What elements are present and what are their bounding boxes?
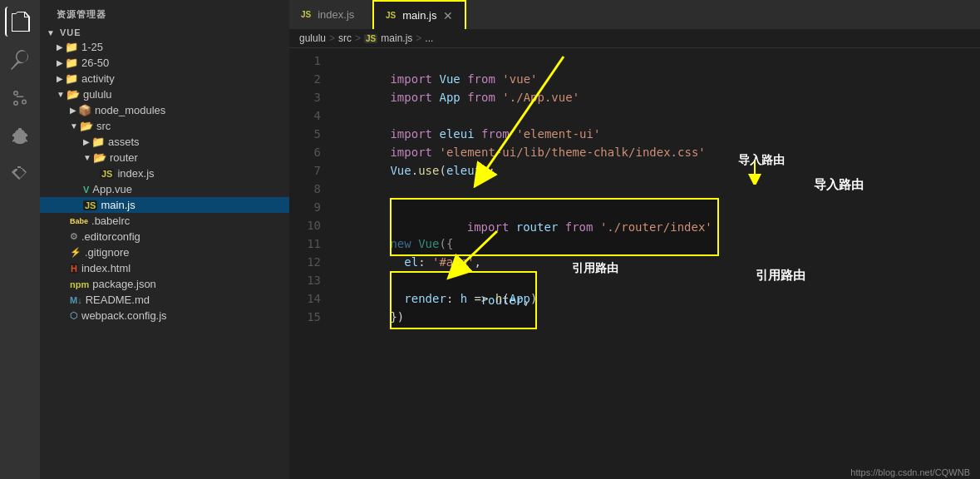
tree-item-src[interactable]: ▼ 📂 src <box>40 118 289 134</box>
tree-item-router-index[interactable]: JS index.js <box>40 165 289 181</box>
folder-special-icon: 📂 <box>80 120 93 132</box>
editorconfig-icon: ⚙ <box>70 231 78 242</box>
code-line-8: import router from './router/index' <box>334 180 980 198</box>
activity-bar <box>0 0 40 479</box>
folder-open-icon: 📂 <box>93 151 106 164</box>
tree-item-readme[interactable]: M↓ README.md <box>40 292 289 308</box>
tab-label: index.js <box>318 8 354 21</box>
tree-label: App.vue <box>92 183 132 195</box>
tab-bar: JS index.js JS main.js ✕ <box>289 0 980 29</box>
tree-item-webpack[interactable]: ⬡ webpack.config.js <box>40 308 289 323</box>
code-content: import Vue from 'vue' import App from '.… <box>331 48 980 479</box>
editor-area: JS index.js JS main.js ✕ gululu > src > … <box>289 0 980 479</box>
tree-label: .gitignore <box>85 246 129 259</box>
babel-icon: Babe <box>70 217 88 225</box>
md-icon: M↓ <box>70 295 82 305</box>
label-import-router: 导入路由 <box>814 177 864 193</box>
tree-label: webpack.config.js <box>81 309 167 322</box>
tree-item-editorconfig[interactable]: ⚙ .editorconfig <box>40 229 289 244</box>
tree-label: README.md <box>86 294 150 306</box>
tree-item-index-html[interactable]: H index.html <box>40 260 289 276</box>
breadcrumb-sep: > <box>355 32 361 44</box>
tree-label: activity <box>81 72 115 85</box>
label-use-router: 引用路由 <box>756 268 805 284</box>
breadcrumb-part: main.js <box>381 32 412 44</box>
tree-item-activity[interactable]: ▶ 📁 activity <box>40 71 289 86</box>
source-control-icon[interactable] <box>5 83 35 113</box>
tree-item-gitignore[interactable]: ⚡ .gitignore <box>40 244 289 260</box>
vue-file-icon: V <box>83 185 89 195</box>
breadcrumb-part: ... <box>425 32 433 44</box>
expand-arrow: ▼ <box>83 153 91 162</box>
search-icon[interactable] <box>5 45 35 75</box>
folder-icon: 📁 <box>65 41 78 53</box>
tree-label: src <box>96 120 111 132</box>
tree-label: .babelrc <box>91 215 130 227</box>
sidebar: 资源管理器 ▼ VUE ▶ 📁 1-25 ▶ 📁 26-50 ▶ 📁 activ… <box>40 0 289 479</box>
tree-label: package.json <box>92 278 156 290</box>
tree-label: .editorconfig <box>81 230 140 243</box>
tree-item-babelrc[interactable]: Babe .babelrc <box>40 213 289 229</box>
tree-label: assets <box>108 136 140 148</box>
tree-item-main-js[interactable]: JS main.js <box>40 197 289 213</box>
tree-label: index.js <box>117 167 154 180</box>
collapse-arrow: ▶ <box>57 74 63 83</box>
sidebar-title: 资源管理器 <box>40 0 289 26</box>
tree-label: router <box>110 151 138 164</box>
line-numbers: 1 2 3 4 5 6 7 8 9 10 11 12 13 14 15 <box>289 48 331 479</box>
code-area[interactable]: 1 2 3 4 5 6 7 8 9 10 11 12 13 14 15 impo… <box>289 48 980 479</box>
expand-arrow: ▼ <box>57 90 65 99</box>
expand-arrow: ▼ <box>70 121 78 131</box>
tab-js-badge: JS <box>384 11 397 20</box>
folder-icon: 📁 <box>65 57 78 69</box>
breadcrumb-sep: > <box>329 32 335 44</box>
git-icon: ⚡ <box>70 247 81 258</box>
tree-label: 26-50 <box>81 57 109 69</box>
tree-item-app-vue[interactable]: V App.vue <box>40 181 289 197</box>
folder-special-icon: 📦 <box>78 104 91 116</box>
tree-item-node-modules[interactable]: ▶ 📦 node_modules <box>40 102 289 118</box>
breadcrumb: gululu > src > JS main.js > ... <box>289 29 980 48</box>
tree-label: node_modules <box>95 104 165 116</box>
breadcrumb-part: gululu <box>299 32 326 44</box>
webpack-icon: ⬡ <box>70 310 78 321</box>
tree-item-package-json[interactable]: npm package.json <box>40 276 289 292</box>
breadcrumb-sep: > <box>416 32 421 44</box>
tree-item-1-25[interactable]: ▶ 📁 1-25 <box>40 39 289 55</box>
tree-label: gululu <box>83 88 112 101</box>
tab-js-badge: JS <box>299 10 313 19</box>
collapse-arrow: ▶ <box>57 42 63 52</box>
folder-icon: 📁 <box>65 72 78 85</box>
collapse-arrow: ▶ <box>57 58 63 67</box>
tab-index-js[interactable]: JS index.js <box>289 0 372 29</box>
folder-img-icon: 📁 <box>91 136 105 148</box>
js-file-icon: JS <box>100 169 114 179</box>
tree-item-assets[interactable]: ▶ 📁 assets <box>40 134 289 150</box>
blog-url: https://blog.csdn.net/CQWNB <box>850 467 970 477</box>
tab-close-button[interactable]: ✕ <box>441 9 455 22</box>
tree-item-gululu[interactable]: ▼ 📂 gululu <box>40 86 289 102</box>
html-icon: H <box>70 264 78 274</box>
tab-main-js[interactable]: JS main.js ✕ <box>372 0 466 29</box>
tab-label: main.js <box>402 9 436 22</box>
breadcrumb-part: src <box>338 32 352 44</box>
code-line-1: import Vue from 'vue' <box>334 52 980 70</box>
js-file-icon: JS <box>83 200 97 210</box>
debug-icon[interactable] <box>5 121 35 151</box>
file-tree: ▼ VUE ▶ 📁 1-25 ▶ 📁 26-50 ▶ 📁 activity ▼ … <box>40 26 289 323</box>
breadcrumb-js-icon: JS <box>364 34 377 43</box>
folder-open-icon: 📂 <box>66 88 80 101</box>
files-icon[interactable] <box>5 7 35 37</box>
root-label: VUE <box>60 27 81 37</box>
expand-arrow: ▼ <box>47 28 55 37</box>
json-icon: npm <box>70 279 89 289</box>
code-line-4: import eleui from 'element-ui' <box>334 106 980 125</box>
tree-label: index.html <box>81 262 131 274</box>
extensions-icon[interactable] <box>5 160 35 190</box>
tree-root-vue[interactable]: ▼ VUE <box>40 26 289 39</box>
tree-item-router[interactable]: ▼ 📂 router <box>40 150 289 165</box>
tree-item-26-50[interactable]: ▶ 📁 26-50 <box>40 55 289 71</box>
collapse-arrow: ▶ <box>70 106 76 115</box>
bottom-bar: https://blog.csdn.net/CQWNB <box>840 466 980 479</box>
tree-label: 1-25 <box>81 41 103 53</box>
